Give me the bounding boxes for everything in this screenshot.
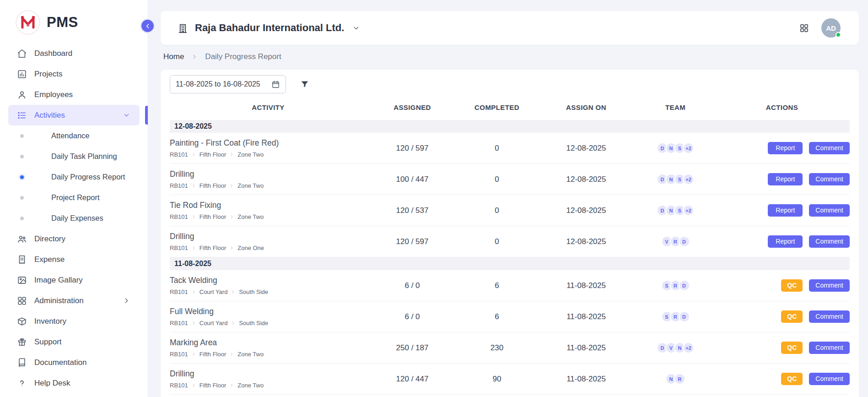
- calendar-icon: [271, 80, 280, 89]
- comment-button[interactable]: Comment: [809, 310, 850, 323]
- activity-location-path: RB101Fifth FloorZone One: [170, 245, 363, 251]
- team-more-badge[interactable]: +2: [683, 205, 694, 216]
- qc-button[interactable]: QC: [781, 373, 803, 385]
- completed-value: 6: [458, 281, 536, 290]
- sidebar-item-label: Image Gallary: [34, 276, 83, 285]
- comment-button[interactable]: Comment: [809, 373, 850, 385]
- sidebar-collapse-button[interactable]: [140, 18, 155, 33]
- chevron-right-icon: [229, 245, 234, 250]
- administration-icon: [17, 296, 27, 306]
- activity-cell: DrillingRB101Fifth FloorZone One: [170, 232, 367, 251]
- sidebar-item-employees[interactable]: Employees: [8, 84, 140, 105]
- breadcrumb-home[interactable]: Home: [163, 52, 184, 61]
- completed-value: 0: [458, 175, 536, 184]
- sidebar-item-expense[interactable]: Expense: [8, 249, 140, 270]
- inventory-icon: [17, 316, 27, 326]
- content-card: 11-08-2025 to 16-08-2025 ACTIVITYASSIGNE…: [161, 70, 859, 397]
- activity-cell: Tack WeldingRB101Court YardSouth Side: [170, 276, 367, 295]
- activity-cell: Tie Rod FixingRB101Fifth FloorZone Two: [170, 201, 367, 220]
- location-segment: Zone Two: [237, 182, 264, 189]
- date-range-input[interactable]: 11-08-2025 to 16-08-2025: [170, 75, 286, 93]
- sidebar-subitem-project-report[interactable]: Project Report: [8, 187, 140, 208]
- report-button[interactable]: Report: [768, 235, 803, 248]
- team-more-badge[interactable]: +2: [683, 174, 694, 185]
- chevron-left-icon: [144, 22, 151, 30]
- sidebar-item-administration[interactable]: Administration: [8, 290, 140, 311]
- activity-name: Painting - First Coat (Fire Red): [170, 138, 363, 148]
- sidebar-item-documentation[interactable]: Documentation: [8, 352, 140, 373]
- sidebar-nav: DashboardProjectsEmployeesActivitiesAtte…: [0, 39, 148, 393]
- team-member-avatar[interactable]: R: [674, 373, 685, 385]
- chevron-right-icon: [191, 214, 196, 219]
- team-member-avatar[interactable]: D: [679, 280, 690, 291]
- activity-location-path: RB101Court YardSouth Side: [170, 288, 363, 295]
- sidebar-subitem-daily-progress-report[interactable]: Daily Progress Report: [8, 167, 140, 187]
- support-icon: [17, 337, 27, 347]
- comment-button[interactable]: Comment: [809, 142, 850, 154]
- sidebar-subitem-label: Daily Progress Report: [51, 173, 125, 181]
- comment-button[interactable]: Comment: [809, 235, 850, 248]
- sidebar-item-help-desk[interactable]: Help Desk: [8, 373, 140, 393]
- activity-location-path: RB101Fifth FloorZone Two: [170, 213, 363, 220]
- avatar[interactable]: AD: [821, 18, 841, 38]
- report-button[interactable]: Report: [768, 204, 803, 217]
- qc-button[interactable]: QC: [781, 310, 803, 323]
- topbar: Raja Bahadur International Ltd. AD: [161, 11, 859, 45]
- date-range-value: 11-08-2025 to 16-08-2025: [176, 80, 260, 88]
- location-segment: Fifth Floor: [199, 382, 226, 389]
- sidebar-item-inventory[interactable]: Inventory: [8, 311, 140, 332]
- sidebar-item-activities[interactable]: Activities: [8, 105, 140, 125]
- report-button[interactable]: Report: [768, 142, 803, 154]
- sidebar-item-label: Employees: [34, 90, 73, 99]
- activity-name: Drilling: [170, 369, 363, 379]
- table-row: Tack WeldingRB101Court YardSouth Side6 /…: [170, 270, 850, 301]
- qc-button[interactable]: QC: [781, 279, 803, 292]
- apps-grid-icon[interactable]: [799, 23, 809, 33]
- column-header-completed: COMPLETED: [458, 103, 536, 111]
- sidebar-subitem-daily-task-planning[interactable]: Daily Task Planning: [8, 146, 140, 167]
- sidebar-item-label: Projects: [34, 70, 62, 79]
- team-more-badge[interactable]: +2: [683, 342, 694, 353]
- sidebar-item-label: Support: [34, 337, 62, 347]
- assign-on-date: 11-08-2025: [536, 343, 636, 353]
- actions-cell: ReportComment: [714, 173, 850, 185]
- help-desk-icon: [17, 378, 27, 388]
- sidebar-item-label: Administration: [34, 296, 84, 305]
- qc-button[interactable]: QC: [781, 342, 803, 354]
- sidebar-item-directory[interactable]: Directory: [8, 228, 140, 249]
- company-selector[interactable]: Raja Bahadur International Ltd.: [177, 22, 360, 34]
- filter-icon[interactable]: [300, 79, 310, 89]
- report-button[interactable]: Report: [768, 173, 803, 185]
- team-cell: SRD: [636, 311, 714, 322]
- location-segment: RB101: [170, 288, 188, 295]
- comment-button[interactable]: Comment: [809, 173, 850, 185]
- location-segment: Zone Two: [237, 213, 264, 220]
- sidebar-item-dashboard[interactable]: Dashboard: [8, 43, 140, 64]
- location-segment: RB101: [170, 320, 188, 326]
- comment-button[interactable]: Comment: [809, 279, 850, 292]
- activity-location-path: RB101Fifth FloorZone Two: [170, 351, 363, 358]
- chevron-right-icon: [231, 289, 236, 294]
- team-more-badge[interactable]: +2: [683, 142, 694, 154]
- sidebar-subitem-label: Daily Task Planning: [51, 152, 117, 161]
- sidebar-item-projects[interactable]: Projects: [8, 64, 140, 84]
- chevron-right-icon: [229, 214, 234, 219]
- active-indicator-bar: [145, 106, 148, 125]
- sidebar-item-support[interactable]: Support: [8, 332, 140, 352]
- sidebar-subitem-attendance[interactable]: Attendance: [8, 125, 140, 146]
- sidebar-item-image-gallary[interactable]: Image Gallary: [8, 270, 140, 290]
- assign-on-date: 12-08-2025: [536, 144, 636, 153]
- table-row: DrillingRB101Fifth FloorZone Two120 / 44…: [170, 364, 850, 395]
- location-segment: Fifth Floor: [199, 351, 226, 358]
- sidebar-subitem-daily-expenses[interactable]: Daily Expenses: [8, 208, 140, 228]
- sidebar-subitem-label: Attendance: [51, 131, 89, 140]
- app-root: PMS DashboardProjectsEmployeesActivities…: [0, 0, 868, 397]
- completed-value: 230: [458, 343, 536, 353]
- column-header-activity: ACTIVITY: [170, 103, 367, 111]
- main-area: Raja Bahadur International Ltd. AD Home …: [148, 0, 868, 397]
- chevron-right-icon: [229, 183, 234, 188]
- team-member-avatar[interactable]: D: [679, 311, 690, 322]
- comment-button[interactable]: Comment: [809, 204, 850, 217]
- team-member-avatar[interactable]: D: [679, 236, 690, 247]
- comment-button[interactable]: Comment: [809, 342, 850, 354]
